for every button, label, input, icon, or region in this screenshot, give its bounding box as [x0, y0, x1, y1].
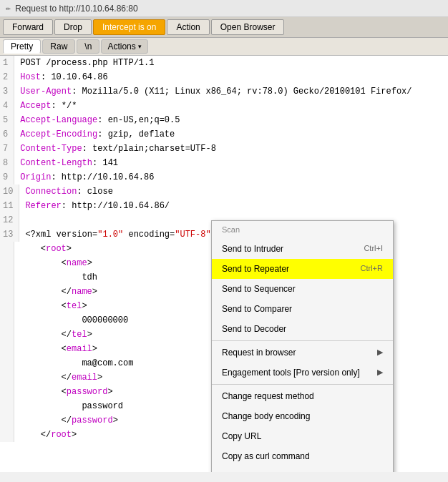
menu-copy-curl[interactable]: Copy as curl command: [212, 446, 393, 466]
menu-copy-url[interactable]: Copy URL: [212, 426, 393, 446]
line-content-xml-2: <name>: [14, 256, 92, 270]
line-num-xml-13: [0, 413, 14, 428]
menu-send-decoder-label: Send to Decoder: [222, 323, 286, 335]
line-content-11: Referer: http://10.10.64.86/: [19, 199, 170, 213]
context-menu: Scan Send to Intruder Ctrl+I Send to Rep…: [211, 220, 394, 472]
line-num-xml-5: [0, 299, 14, 313]
menu-header-scan: Scan: [212, 221, 393, 239]
intercept-button[interactable]: Intercept is on: [93, 19, 165, 35]
code-line-8: 8 Content-Length: 141: [0, 156, 448, 170]
line-content-xml-4: </name>: [14, 285, 97, 299]
line-num-3: 3: [0, 84, 14, 99]
code-lines: 1 POST /process.php HTTP/1.1 2 Host: 10.…: [0, 56, 448, 442]
line-num-4: 4: [0, 99, 14, 113]
line-num-12: 12: [0, 213, 19, 227]
line-num-11: 11: [0, 199, 19, 213]
line-content-xml-5: <tel>: [14, 299, 87, 313]
title-bar: ✏ Request to http://10.10.64.86:80: [0, 0, 448, 17]
line-content-xml-7: </tel>: [14, 328, 92, 342]
code-line-9: 9 Origin: http://10.10.64.86: [0, 170, 448, 185]
menu-copy-file[interactable]: Copy to file: [212, 466, 393, 473]
menu-request-browser[interactable]: Request in browser ▶: [212, 343, 393, 363]
code-line-5: 5 Accept-Language: en-US,en;q=0.5: [0, 113, 448, 127]
line-num-xml-7: [0, 328, 14, 342]
line-content-12: [19, 213, 30, 227]
drop-button[interactable]: Drop: [54, 19, 92, 35]
line-content-xml-12: password: [14, 399, 123, 413]
code-line-11: 11 Referer: http://10.10.64.86/: [0, 199, 448, 213]
code-line-10: 10 Connection: close: [0, 185, 448, 199]
menu-engagement-tools-arrow: ▶: [377, 366, 383, 378]
code-line-2: 2 Host: 10.10.64.86: [0, 70, 448, 84]
menu-request-browser-label: Request in browser: [222, 346, 296, 359]
line-num-xml-4: [0, 285, 14, 299]
menu-send-repeater-label: Send to Repeater: [222, 262, 289, 275]
menu-send-repeater[interactable]: Send to Repeater Ctrl+R: [212, 259, 393, 279]
tab-raw[interactable]: Raw: [42, 39, 75, 54]
line-content-7: Content-Type: text/plain;charset=UTF-8: [14, 142, 216, 156]
menu-send-comparer-label: Send to Comparer: [222, 303, 292, 315]
line-content-1: POST /process.php HTTP/1.1: [14, 56, 154, 70]
code-line-1: 1 POST /process.php HTTP/1.1: [0, 56, 448, 70]
line-content-6: Accept-Encoding: gzip, deflate: [14, 127, 175, 142]
line-content-xml-1: <root>: [14, 242, 72, 256]
line-num-6: 6: [0, 127, 14, 142]
menu-change-body-label: Change body encoding: [222, 410, 310, 423]
line-num-xml-6: [0, 313, 14, 328]
line-content-5: Accept-Language: en-US,en;q=0.5: [14, 113, 180, 127]
menu-copy-curl-label: Copy as curl command: [222, 450, 310, 463]
line-content-xml-3: tdh: [14, 270, 97, 285]
code-line-7: 7 Content-Type: text/plain;charset=UTF-8: [0, 142, 448, 156]
menu-send-intruder[interactable]: Send to Intruder Ctrl+I: [212, 239, 393, 259]
menu-send-sequencer[interactable]: Send to Sequencer: [212, 279, 393, 299]
line-num-xml-14: [0, 428, 14, 442]
menu-change-method[interactable]: Change request method: [212, 386, 393, 406]
action-button[interactable]: Action: [167, 19, 209, 35]
forward-button[interactable]: Forward: [3, 19, 53, 35]
pencil-icon: ✏: [6, 3, 11, 14]
line-num-xml-12: [0, 399, 14, 413]
menu-change-method-label: Change request method: [222, 390, 314, 403]
line-num-xml-8: [0, 342, 14, 356]
line-num-2: 2: [0, 70, 14, 84]
line-num-8: 8: [0, 156, 14, 170]
line-content-4: Accept: */*: [14, 99, 77, 113]
code-line-4: 4 Accept: */*: [0, 99, 448, 113]
menu-send-intruder-shortcut: Ctrl+I: [364, 242, 383, 255]
toolbar: Forward Drop Intercept is on Action Open…: [0, 17, 448, 38]
line-num-xml-1: [0, 242, 14, 256]
line-num-9: 9: [0, 170, 14, 185]
tab-pretty[interactable]: Pretty: [3, 39, 41, 54]
line-content-xml-9: ma@com.com: [14, 356, 133, 370]
line-content-8: Content-Length: 141: [14, 156, 118, 170]
menu-send-comparer[interactable]: Send to Comparer: [212, 299, 393, 319]
line-content-xml-10: </email>: [14, 370, 102, 385]
line-content-xml-13: </password>: [14, 413, 118, 428]
line-num-xml-2: [0, 256, 14, 270]
menu-copy-url-label: Copy URL: [222, 430, 261, 443]
line-num-13: 13: [0, 227, 19, 242]
code-line-3: 3 User-Agent: Mozilla/5.0 (X11; Linux x8…: [0, 84, 448, 99]
menu-send-decoder[interactable]: Send to Decoder: [212, 319, 393, 339]
tab-newline[interactable]: \n: [77, 39, 99, 54]
menu-send-repeater-shortcut: Ctrl+R: [361, 262, 383, 275]
line-content-xml-11: <password>: [14, 385, 113, 399]
menu-send-sequencer-label: Send to Sequencer: [222, 282, 296, 295]
menu-separator-1: [212, 340, 393, 341]
line-num-1: 1: [0, 56, 14, 70]
code-line-6: 6 Accept-Encoding: gzip, deflate: [0, 127, 448, 142]
tab-actions[interactable]: Actions ▾: [101, 39, 147, 54]
line-content-xml-6: 000000000: [14, 313, 128, 328]
line-content-xml-8: <email>: [14, 342, 97, 356]
tab-bar: Pretty Raw \n Actions ▾: [0, 38, 448, 56]
line-num-xml-10: [0, 370, 14, 385]
line-content-10: Connection: close: [19, 185, 112, 199]
line-num-xml-9: [0, 356, 14, 370]
menu-change-body[interactable]: Change body encoding: [212, 406, 393, 426]
menu-engagement-tools[interactable]: Engagement tools [Pro version only] ▶: [212, 363, 393, 383]
menu-request-browser-arrow: ▶: [377, 346, 383, 358]
menu-separator-2: [212, 384, 393, 385]
open-browser-button[interactable]: Open Browser: [211, 19, 285, 35]
line-num-xml-11: [0, 385, 14, 399]
line-num-5: 5: [0, 113, 14, 127]
